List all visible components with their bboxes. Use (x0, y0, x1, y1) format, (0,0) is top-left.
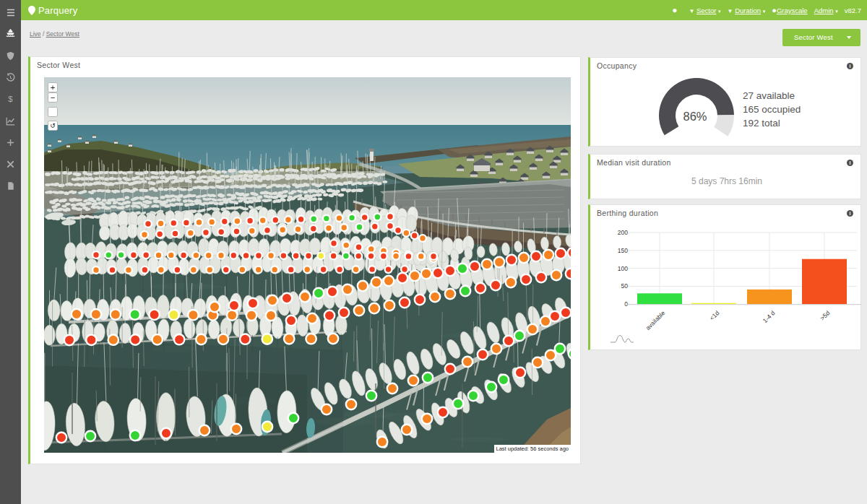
svg-text:200: 200 (618, 229, 628, 236)
svg-text:>5d: >5d (819, 309, 831, 321)
svg-text:86%: 86% (683, 110, 707, 123)
svg-text:available: available (644, 309, 667, 331)
svg-text:<1d: <1d (708, 309, 720, 321)
svg-text:100: 100 (618, 265, 628, 272)
svg-text:$: $ (8, 95, 13, 103)
svg-text:1-4 d: 1-4 d (762, 309, 777, 324)
svg-text:50: 50 (621, 282, 629, 290)
svg-text:150: 150 (618, 247, 628, 254)
